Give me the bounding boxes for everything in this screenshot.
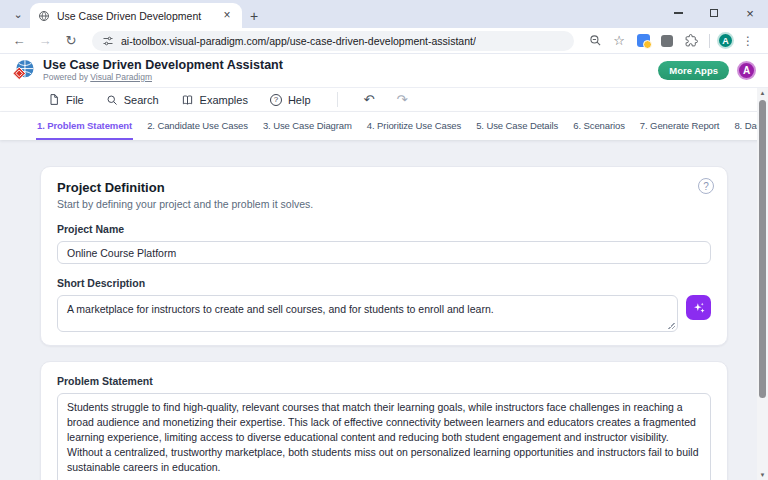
minimize-button[interactable] [660,0,696,26]
tab-use-case-details[interactable]: 5. Use Case Details [475,112,559,140]
problem-statement-wrap: Students struggle to find high-quality, … [57,393,711,480]
redo-button[interactable]: ↷ [396,92,407,107]
scrollbar-thumb[interactable] [759,100,766,398]
globe-favicon-icon [38,10,50,22]
tab-problem-statement[interactable]: 1. Problem Statement [36,112,133,140]
tab-prioritize-use-cases[interactable]: 4. Prioritize Use Cases [366,112,462,140]
more-apps-button[interactable]: More Apps [658,61,729,80]
zoom-icon[interactable] [584,30,606,52]
menu-divider [337,92,338,107]
reload-button[interactable]: ↻ [60,30,82,52]
extension-colored-icon[interactable] [632,30,654,52]
card-title: Project Definition [57,180,711,195]
problem-statement-label: Problem Statement [57,375,711,387]
short-description-label: Short Description [57,277,711,289]
scroll-up-icon[interactable]: ▲ [760,88,766,98]
toolbar-actions: ☆ A ⋮ [584,30,760,52]
tab-use-case-diagram[interactable]: 3. Use Case Diagram [262,112,353,140]
help-icon: ? [270,94,282,106]
extensions-puzzle-icon[interactable] [680,30,702,52]
undo-button[interactable]: ↶ [364,92,375,107]
address-bar[interactable]: ai-toolbox.visual-paradigm.com/app/use-c… [92,31,574,51]
short-description-wrap: A marketplace for instructors to create … [57,295,678,332]
tab-generate-report[interactable]: 7. Generate Report [639,112,721,140]
maximize-button[interactable] [696,0,732,26]
menu-item-examples[interactable]: Examples [181,94,248,106]
visual-paradigm-link[interactable]: Visual Paradigm [90,72,152,82]
menu-item-file[interactable]: File [48,93,84,106]
menu-item-help[interactable]: ? Help [270,94,311,106]
bookmark-star-icon[interactable]: ☆ [608,30,630,52]
sparkles-icon [692,301,706,315]
tab-search-chevron-icon[interactable]: ⌄ [6,2,30,26]
scroll-down-icon[interactable]: ▼ [760,470,766,480]
tab-close-icon[interactable]: × [220,9,234,23]
powered-by: Powered by Visual Paradigm [43,72,283,82]
browser-menu-icon[interactable]: ⋮ [736,34,760,48]
app-header: Use Case Driven Development Assistant Po… [0,54,768,88]
search-icon [106,94,118,106]
site-settings-icon[interactable] [102,35,114,47]
user-avatar[interactable]: A [737,61,756,80]
extension-gray-icon[interactable] [656,30,678,52]
project-name-input[interactable] [57,241,711,264]
problem-statement-textarea[interactable]: Students struggle to find high-quality, … [57,393,711,480]
book-icon [181,94,194,106]
new-tab-button[interactable]: + [250,8,258,24]
close-window-button[interactable]: × [732,0,768,26]
browser-tabstrip: ⌄ Use Case Driven Development × + × [0,0,768,28]
forward-button[interactable]: → [34,30,56,52]
short-description-textarea[interactable]: A marketplace for instructors to create … [57,295,678,332]
project-definition-card: Project Definition Start by defining you… [40,166,728,346]
tab-scenarios[interactable]: 6. Scenarios [572,112,626,140]
back-button[interactable]: ← [8,30,30,52]
problem-statement-card: Problem Statement Students struggle to f… [40,361,728,480]
browser-tab[interactable]: Use Case Driven Development × [30,3,242,28]
page-scrollbar[interactable]: ▲ ▼ [757,88,768,480]
ai-generate-button[interactable] [686,295,711,320]
browser-toolbar: ← → ↻ ai-toolbox.visual-paradigm.com/app… [0,28,768,54]
app-title: Use Case Driven Development Assistant [43,59,283,72]
main-content: Project Definition Start by defining you… [0,140,768,480]
toolbar-divider [709,34,710,48]
project-name-label: Project Name [57,223,711,235]
menu-item-search[interactable]: Search [106,94,159,106]
tab-title: Use Case Driven Development [57,10,213,22]
browser-profile-avatar[interactable]: A [717,32,734,49]
tab-candidate-use-cases[interactable]: 2. Candidate Use Cases [146,112,249,140]
app-logo-icon [12,59,35,82]
file-icon [48,93,60,106]
url-text: ai-toolbox.visual-paradigm.com/app/use-c… [121,35,476,47]
menu-bar: File Search Examples ? Help ↶ ↷ [0,88,768,112]
step-tabs: 1. Problem Statement 2. Candidate Use Ca… [0,112,768,140]
window-controls: × [660,0,768,26]
app-title-block: Use Case Driven Development Assistant Po… [43,59,283,82]
card-subtitle: Start by defining your project and the p… [57,198,711,210]
card-help-icon[interactable]: ? [698,178,714,194]
